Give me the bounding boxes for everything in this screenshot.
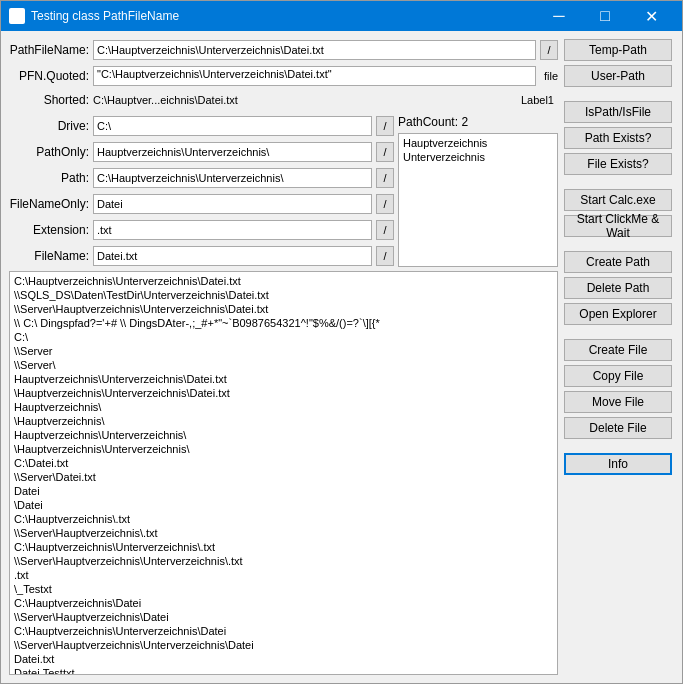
path-only-label: PathOnly: bbox=[9, 145, 89, 159]
list-item: Hauptverzeichnis\Unterverzeichnis\Datei.… bbox=[12, 372, 555, 386]
list-item: \Hauptverzeichnis\ bbox=[12, 414, 555, 428]
list-item: C:\Hauptverzeichnis\Unterverzeichnis\.tx… bbox=[12, 540, 555, 554]
list-item: \_Testxt bbox=[12, 582, 555, 596]
path-only-row: PathOnly: / bbox=[9, 141, 394, 163]
path-exists-button[interactable]: Path Exists? bbox=[564, 127, 672, 149]
list-item: C:\Hauptverzeichnis\Unterverzeichnis\Dat… bbox=[12, 624, 555, 638]
list-item: Hauptverzeichnis bbox=[401, 136, 555, 150]
path-count-section: PathCount: 2 HauptverzeichnisUnterverzei… bbox=[398, 115, 558, 267]
file-name-row: FileName: / bbox=[9, 245, 394, 267]
file-name-slash-btn[interactable]: / bbox=[376, 246, 394, 266]
path-row: Path: / bbox=[9, 167, 394, 189]
app-icon bbox=[9, 8, 25, 24]
window-title: Testing class PathFileName bbox=[31, 9, 536, 23]
label1: Label1 bbox=[521, 94, 558, 106]
list-item: \Hauptverzeichnis\Unterverzeichnis\ bbox=[12, 442, 555, 456]
list-item: \\Server\Datei.txt bbox=[12, 470, 555, 484]
path-label: Path: bbox=[9, 171, 89, 185]
list-item: \Hauptverzeichnis\Unterverzeichnis\Datei… bbox=[12, 386, 555, 400]
drive-slash-btn[interactable]: / bbox=[376, 116, 394, 136]
pfn-quoted-row: PFN.Quoted: "C:\Hauptverzeichnis\Unterve… bbox=[9, 65, 558, 87]
path-count-label: PathCount: 2 bbox=[398, 115, 558, 129]
start-click-me-button[interactable]: Start ClickMe & Wait bbox=[564, 215, 672, 237]
title-bar: Testing class PathFileName ─ □ ✕ bbox=[1, 1, 682, 31]
path-only-input[interactable] bbox=[93, 142, 372, 162]
list-item: .txt bbox=[12, 568, 555, 582]
user-path-button[interactable]: User-Path bbox=[564, 65, 672, 87]
left-fields: Drive: / PathOnly: / Path: / bbox=[9, 115, 394, 267]
path-file-name-slash-btn[interactable]: / bbox=[540, 40, 558, 60]
pfn-quoted-label: PFN.Quoted: bbox=[9, 69, 89, 83]
minimize-button[interactable]: ─ bbox=[536, 1, 582, 31]
file-name-input[interactable] bbox=[93, 246, 372, 266]
list-item: Hauptverzeichnis\ bbox=[12, 400, 555, 414]
extension-slash-btn[interactable]: / bbox=[376, 220, 394, 240]
pfn-quoted-extra: file bbox=[544, 70, 558, 82]
window-content: PathFileName: / PFN.Quoted: "C:\Hauptver… bbox=[1, 31, 682, 683]
list-item: \\Server bbox=[12, 344, 555, 358]
big-listbox[interactable]: C:\Hauptverzeichnis\Unterverzeichnis\Dat… bbox=[9, 271, 558, 675]
file-name-label: FileName: bbox=[9, 249, 89, 263]
shorted-value: C:\Hauptver...eichnis\Datei.txt bbox=[93, 94, 238, 106]
list-item: \\Server\Hauptverzeichnis\Unterverzeichn… bbox=[12, 302, 555, 316]
open-explorer-button[interactable]: Open Explorer bbox=[564, 303, 672, 325]
file-name-only-row: FileNameOnly: / bbox=[9, 193, 394, 215]
big-list-container: C:\Hauptverzeichnis\Unterverzeichnis\Dat… bbox=[9, 271, 558, 675]
path-input[interactable] bbox=[93, 168, 372, 188]
list-item: \Datei bbox=[12, 498, 555, 512]
extension-label: Extension: bbox=[9, 223, 89, 237]
list-item: Unterverzeichnis bbox=[401, 150, 555, 164]
path-slash-btn[interactable]: / bbox=[376, 168, 394, 188]
delete-path-button[interactable]: Delete Path bbox=[564, 277, 672, 299]
list-item: C:\Hauptverzeichnis\.txt bbox=[12, 512, 555, 526]
list-item: \\Server\Hauptverzeichnis\Datei bbox=[12, 610, 555, 624]
list-item: \\Server\ bbox=[12, 358, 555, 372]
move-file-button[interactable]: Move File bbox=[564, 391, 672, 413]
shorted-label: Shorted: bbox=[9, 93, 89, 107]
is-path-is-file-button[interactable]: IsPath/IsFile bbox=[564, 101, 672, 123]
maximize-button[interactable]: □ bbox=[582, 1, 628, 31]
path-list[interactable]: HauptverzeichnisUnterverzeichnis bbox=[398, 133, 558, 267]
path-only-slash-btn[interactable]: / bbox=[376, 142, 394, 162]
list-item: C:\ bbox=[12, 330, 555, 344]
temp-path-button[interactable]: Temp-Path bbox=[564, 39, 672, 61]
copy-file-button[interactable]: Copy File bbox=[564, 365, 672, 387]
list-item: \\Server\Hauptverzeichnis\.txt bbox=[12, 526, 555, 540]
list-item: Hauptverzeichnis\Unterverzeichnis\ bbox=[12, 428, 555, 442]
file-name-only-label: FileNameOnly: bbox=[9, 197, 89, 211]
list-item: C:\Hauptverzeichnis\Unterverzeichnis\Dat… bbox=[12, 274, 555, 288]
window-controls: ─ □ ✕ bbox=[536, 1, 674, 31]
pfn-quoted-value: "C:\Hauptverzeichnis\Unterverzeichnis\Da… bbox=[93, 66, 536, 86]
file-name-only-slash-btn[interactable]: / bbox=[376, 194, 394, 214]
delete-file-button[interactable]: Delete File bbox=[564, 417, 672, 439]
create-file-button[interactable]: Create File bbox=[564, 339, 672, 361]
extension-row: Extension: / bbox=[9, 219, 394, 241]
file-name-only-input[interactable] bbox=[93, 194, 372, 214]
drive-input[interactable] bbox=[93, 116, 372, 136]
shorted-row: Shorted: C:\Hauptver...eichnis\Datei.txt… bbox=[9, 91, 558, 109]
right-panel: Temp-Path User-Path IsPath/IsFile Path E… bbox=[564, 39, 674, 675]
drive-label: Drive: bbox=[9, 119, 89, 133]
drive-row: Drive: / bbox=[9, 115, 394, 137]
list-item: \\SQLS_DS\Daten\TestDir\Unterverzeichnis… bbox=[12, 288, 555, 302]
extension-input[interactable] bbox=[93, 220, 372, 240]
path-file-name-label: PathFileName: bbox=[9, 43, 89, 57]
create-path-button[interactable]: Create Path bbox=[564, 251, 672, 273]
list-item: Datei bbox=[12, 484, 555, 498]
close-button[interactable]: ✕ bbox=[628, 1, 674, 31]
list-item: C:\Datei.txt bbox=[12, 456, 555, 470]
list-item: \\Server\Hauptverzeichnis\Unterverzeichn… bbox=[12, 554, 555, 568]
list-item: \\ C:\ Dingspfad?='+# \\ DingsDAter-,;_#… bbox=[12, 316, 555, 330]
file-exists-button[interactable]: File Exists? bbox=[564, 153, 672, 175]
info-button[interactable]: Info bbox=[564, 453, 672, 475]
left-panel: PathFileName: / PFN.Quoted: "C:\Hauptver… bbox=[9, 39, 558, 675]
main-window: Testing class PathFileName ─ □ ✕ PathFil… bbox=[0, 0, 683, 684]
middle-section: Drive: / PathOnly: / Path: / bbox=[9, 115, 558, 267]
start-calc-button[interactable]: Start Calc.exe bbox=[564, 189, 672, 211]
list-item: Datei.Testtxt bbox=[12, 666, 555, 675]
path-file-name-row: PathFileName: / bbox=[9, 39, 558, 61]
list-item: \\Server\Hauptverzeichnis\Unterverzeichn… bbox=[12, 638, 555, 652]
path-file-name-input[interactable] bbox=[93, 40, 536, 60]
list-item: C:\Hauptverzeichnis\Datei bbox=[12, 596, 555, 610]
list-item: Datei.txt bbox=[12, 652, 555, 666]
